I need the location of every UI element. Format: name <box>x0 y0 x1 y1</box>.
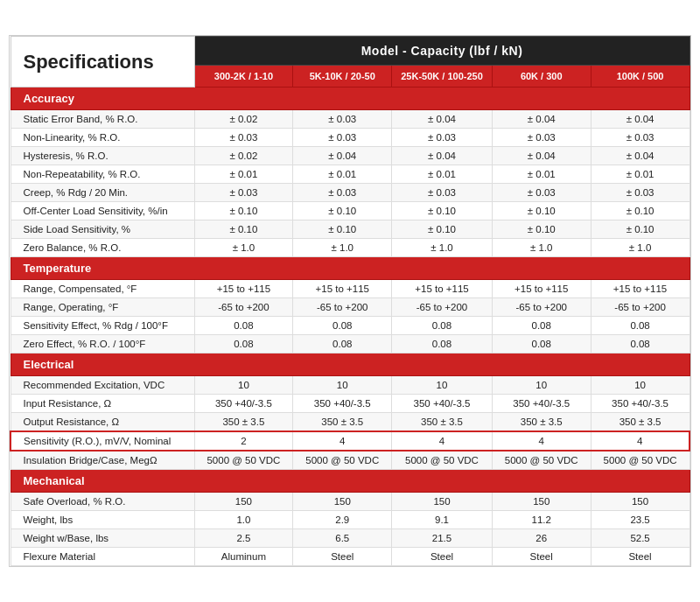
cell-value: ± 0.03 <box>194 184 293 202</box>
cell-value: 4 <box>492 431 591 451</box>
cell-value: 6.5 <box>293 529 392 548</box>
cell-value: 150 <box>591 493 690 511</box>
column-header-2: 25K-50K / 100-250 <box>392 66 493 88</box>
row-label: Range, Compensated, °F <box>10 280 194 298</box>
cell-value: 0.08 <box>591 317 690 335</box>
column-header-4: 100K / 500 <box>591 66 690 88</box>
specifications-table: Specifications Model - Capacity (lbf / k… <box>9 35 691 567</box>
section-header-2: Electrical <box>10 354 690 376</box>
column-header-1: 5K-10K / 20-50 <box>293 66 392 88</box>
cell-value: 0.08 <box>492 335 591 354</box>
model-capacity-header: Model - Capacity (lbf / kN) <box>194 37 690 66</box>
cell-value: ± 0.01 <box>194 165 293 184</box>
cell-value: ± 0.02 <box>194 110 293 129</box>
cell-value: 10 <box>591 376 690 395</box>
cell-value: 350 ± 3.5 <box>591 413 690 432</box>
cell-value: 350 ± 3.5 <box>293 413 392 432</box>
cell-value: ± 0.03 <box>194 129 293 147</box>
cell-value: Steel <box>591 548 690 566</box>
cell-value: 150 <box>392 493 493 511</box>
cell-value: ± 0.02 <box>194 147 293 165</box>
cell-value: ± 0.03 <box>591 129 690 147</box>
row-label: Non-Repeatability, % R.O. <box>10 165 194 184</box>
cell-value: -65 to +200 <box>194 298 293 317</box>
cell-value: 5000 @ 50 VDC <box>492 451 591 470</box>
row-label: Output Resistance, Ω <box>10 413 194 432</box>
table-row: Weight w/Base, lbs2.56.521.52652.5 <box>10 529 690 548</box>
cell-value: ± 0.01 <box>591 165 690 184</box>
cell-value: 4 <box>591 431 690 451</box>
row-label: Creep, % Rdg / 20 Min. <box>10 184 194 202</box>
cell-value: 150 <box>293 493 392 511</box>
cell-value: 9.1 <box>392 511 493 529</box>
cell-value: ± 0.03 <box>392 184 493 202</box>
cell-value: 4 <box>392 431 493 451</box>
table-row: Zero Effect, % R.O. / 100°F0.080.080.080… <box>10 335 690 354</box>
row-label: Flexure Material <box>10 548 194 566</box>
row-label: Zero Balance, % R.O. <box>10 239 194 257</box>
cell-value: ± 0.10 <box>492 220 591 239</box>
cell-value: ± 0.04 <box>591 147 690 165</box>
cell-value: ± 0.01 <box>293 165 392 184</box>
cell-value: ± 1.0 <box>492 239 591 257</box>
cell-value: ± 0.01 <box>492 165 591 184</box>
cell-value: +15 to +115 <box>392 280 493 298</box>
cell-value: 2.5 <box>194 529 293 548</box>
cell-value: 0.08 <box>194 335 293 354</box>
cell-value: ± 0.10 <box>194 202 293 220</box>
cell-value: 0.08 <box>591 335 690 354</box>
cell-value: 10 <box>492 376 591 395</box>
cell-value: ± 1.0 <box>293 239 392 257</box>
cell-value: 5000 @ 50 VDC <box>293 451 392 470</box>
cell-value: -65 to +200 <box>591 298 690 317</box>
cell-value: 2.9 <box>293 511 392 529</box>
cell-value: ± 0.10 <box>591 202 690 220</box>
cell-value: 0.08 <box>194 317 293 335</box>
cell-value: ± 0.04 <box>392 110 493 129</box>
cell-value: ± 0.10 <box>591 220 690 239</box>
cell-value: 10 <box>293 376 392 395</box>
cell-value: 5000 @ 50 VDC <box>194 451 293 470</box>
cell-value: ± 0.04 <box>492 147 591 165</box>
table-row: Flexure MaterialAluminumSteelSteelSteelS… <box>10 548 690 566</box>
cell-value: Steel <box>492 548 591 566</box>
cell-value: ± 0.10 <box>492 202 591 220</box>
table-row: Non-Linearity, % R.O.± 0.03± 0.03± 0.03±… <box>10 129 690 147</box>
row-label: Insulation Bridge/Case, MegΩ <box>10 451 194 470</box>
cell-value: 0.08 <box>392 317 493 335</box>
table-row: Hysteresis, % R.O.± 0.02± 0.04± 0.04± 0.… <box>10 147 690 165</box>
section-label-3: Mechanical <box>10 470 690 493</box>
section-header-0: Accuracy <box>10 88 690 110</box>
cell-value: 23.5 <box>591 511 690 529</box>
cell-value: ± 0.03 <box>293 110 392 129</box>
section-header-1: Temperature <box>10 257 690 280</box>
row-label: Input Resistance, Ω <box>10 395 194 413</box>
cell-value: ± 0.03 <box>293 129 392 147</box>
cell-value: 150 <box>492 493 591 511</box>
row-label: Weight w/Base, lbs <box>10 529 194 548</box>
table-row: Sensitivity (R.O.), mV/V, Nominal24444 <box>10 431 690 451</box>
table-row: Range, Compensated, °F+15 to +115+15 to … <box>10 280 690 298</box>
cell-value: +15 to +115 <box>591 280 690 298</box>
table-row: Recommended Excitation, VDC1010101010 <box>10 376 690 395</box>
cell-value: Steel <box>392 548 493 566</box>
row-label: Static Error Band, % R.O. <box>10 110 194 129</box>
cell-value: ± 0.01 <box>392 165 493 184</box>
cell-value: 0.08 <box>293 317 392 335</box>
cell-value: 52.5 <box>591 529 690 548</box>
cell-value: -65 to +200 <box>392 298 493 317</box>
cell-value: 350 +40/-3.5 <box>492 395 591 413</box>
cell-value: 150 <box>194 493 293 511</box>
row-label: Hysteresis, % R.O. <box>10 147 194 165</box>
table-row: Input Resistance, Ω350 +40/-3.5350 +40/-… <box>10 395 690 413</box>
table-row: Side Load Sensitivity, %± 0.10± 0.10± 0.… <box>10 220 690 239</box>
table-row: Output Resistance, Ω350 ± 3.5350 ± 3.535… <box>10 413 690 432</box>
cell-value: 4 <box>293 431 392 451</box>
table-row: Safe Overload, % R.O.150150150150150 <box>10 493 690 511</box>
cell-value: 5000 @ 50 VDC <box>591 451 690 470</box>
cell-value: 350 ± 3.5 <box>194 413 293 432</box>
cell-value: Aluminum <box>194 548 293 566</box>
row-label: Off-Center Load Sensitivity, %/in <box>10 202 194 220</box>
cell-value: 350 ± 3.5 <box>392 413 493 432</box>
row-label: Weight, lbs <box>10 511 194 529</box>
